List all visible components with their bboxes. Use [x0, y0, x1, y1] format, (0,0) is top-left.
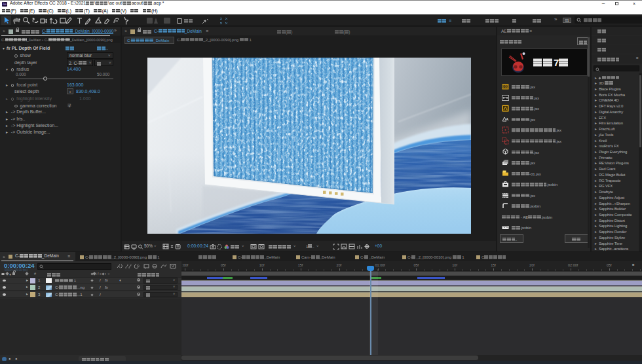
svg-text:A: A: [506, 117, 508, 120]
svg-text:000: 000: [502, 85, 508, 88]
